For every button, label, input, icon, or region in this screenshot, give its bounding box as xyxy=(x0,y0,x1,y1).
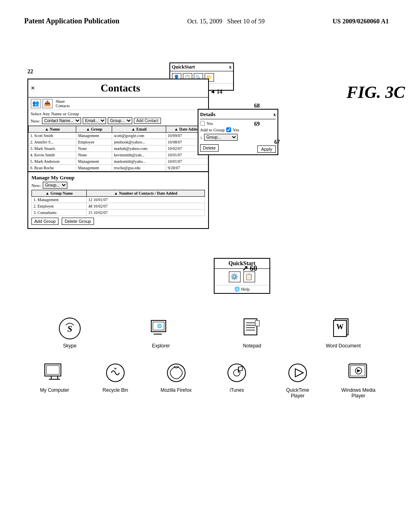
details-panel-title: Details x xyxy=(200,111,276,119)
ref-69: 69 xyxy=(254,121,260,127)
details-action-row: Delete Apply xyxy=(200,143,276,153)
desktop-icon-mycomputer: My Computer xyxy=(36,361,73,393)
col-name[interactable]: ▲ Name xyxy=(29,126,76,133)
recyclebin-icon xyxy=(104,362,127,384)
ref-14: ◄ 14 xyxy=(210,89,222,95)
details-apply-btn[interactable]: Apply xyxy=(257,145,276,153)
fig-label: FIG. 3C xyxy=(346,83,405,102)
main-diagram: 22 QuickStart x 👤 📋 🔍 xyxy=(0,34,413,526)
contact-cell-group: None xyxy=(76,152,112,158)
contacts-table: ▲ Name ▲ Group ▲ Email ▲ Date Added 1. S… xyxy=(28,126,208,171)
svg-text:📋: 📋 xyxy=(245,273,253,281)
explorer-icon: 🌐 xyxy=(150,317,172,340)
manage-groups-section: Manage My Group New: Group... ▲ Group Na… xyxy=(28,171,208,228)
ref-60-arrow: ↗ 60 xyxy=(242,264,257,273)
details-group-dropdown[interactable]: Group... Management Employee Consultants xyxy=(204,134,238,141)
contact-cell-email: marksmith@yaho... xyxy=(112,158,166,165)
contacts-icon-share[interactable]: 👥 xyxy=(31,99,41,108)
contact-cell-group: Management xyxy=(76,133,112,139)
contact-cell-group: None xyxy=(76,145,112,152)
group-table-row[interactable]: 1. Management12 10/01/07 xyxy=(32,197,205,203)
contact-cell-email: kevinsmith@yah... xyxy=(112,152,166,158)
quicktime-icon xyxy=(286,362,309,384)
groups-table: ▲ Group Name ▲ Number of Contacts / Date… xyxy=(31,190,205,216)
groups-action-buttons: Add Group Delete Group xyxy=(31,216,205,227)
svg-text:👥: 👥 xyxy=(32,100,40,107)
desktop-icon-explorer: 🌐 Explorer xyxy=(143,316,179,349)
contact-cell-name: 3. Mark Stuarts xyxy=(29,145,76,152)
contact-table-row[interactable]: 5. Mark AndersonManagementmarksmith@yaho… xyxy=(29,158,208,165)
qs-large-icon-2: 📋 xyxy=(243,271,255,283)
group-cell-name: 1. Management xyxy=(32,197,87,203)
contact-cell-name: 2. Jennifer S... xyxy=(29,139,76,145)
quickstart-small-titlebar: QuickStart x xyxy=(170,63,233,71)
details-group-select-row: ↕ Group... Management Employee Consultan… xyxy=(200,134,276,141)
ref-22: 22 xyxy=(27,69,33,75)
details-yes-row: Yes xyxy=(200,121,276,126)
desktop-icon-recyclebin: Recycle Bin xyxy=(97,361,133,393)
contacts-field-select-1[interactable]: Contact Name... xyxy=(42,117,81,124)
col-group[interactable]: ▲ Group xyxy=(76,126,112,133)
word-label: Word Document xyxy=(326,343,361,349)
ref-68: 68 xyxy=(254,103,260,109)
mycomputer-label: My Computer xyxy=(40,387,69,393)
contact-cell-name: 6. Ryan Roche xyxy=(29,165,76,171)
delete-group-btn[interactable]: Delete Group xyxy=(62,218,94,225)
manage-groups-title: Manage My Group xyxy=(31,174,205,182)
details-yes-checkbox[interactable] xyxy=(200,121,205,126)
contacts-icon-share2[interactable]: 📤 xyxy=(42,99,53,108)
skype-icon: S xyxy=(58,317,81,340)
desktop-icon-mediaplayer: Windows Media Player xyxy=(340,361,377,399)
share-contacts-label: ShareContacts xyxy=(56,99,70,108)
svg-text:W: W xyxy=(336,323,344,331)
details-close-x[interactable]: x xyxy=(273,111,276,118)
svg-rect-21 xyxy=(244,319,257,335)
group-table-row[interactable]: 3. Consultants15 10/02/07 xyxy=(32,210,205,216)
svg-point-37 xyxy=(228,364,246,382)
groups-col-name[interactable]: ▲ Group Name xyxy=(32,190,87,197)
patent-date-sheet: Oct. 15, 2009 Sheet 10 of 59 xyxy=(187,16,265,25)
groups-group-select[interactable]: Group... xyxy=(43,182,67,189)
group-cell-count-date: 15 10/02/07 xyxy=(87,210,205,216)
contact-cell-name: 4. Kevin Smith xyxy=(29,152,76,158)
add-contact-btn[interactable]: Add Contact xyxy=(134,118,161,124)
svg-text:⚙️: ⚙️ xyxy=(230,273,238,281)
patent-title: Patent Application Publication xyxy=(24,16,119,26)
desktop-icon-skype: S Skype xyxy=(52,316,88,349)
explorer-label: Explorer xyxy=(152,343,170,349)
contacts-toolbar: 👥 📤 ShareContacts xyxy=(28,98,208,110)
add-group-btn[interactable]: Add Group xyxy=(31,218,58,225)
details-yes-label: Yes xyxy=(206,121,213,126)
details-panel: Details x Yes Add to Group Yes ↕ Group..… xyxy=(198,109,278,155)
groups-new-row: New: Group... xyxy=(31,182,205,189)
contacts-close-x[interactable]: ✕ xyxy=(31,85,35,91)
svg-marker-44 xyxy=(357,369,361,372)
patent-number: US 2009/0260060 A1 xyxy=(332,16,389,25)
group-table-row[interactable]: 2. Employee48 10/02/07 xyxy=(32,203,205,210)
contact-table-row[interactable]: 1. Scott SmithManagementscott@google.com… xyxy=(29,133,208,139)
contacts-field-select-2[interactable]: Email... xyxy=(83,117,106,124)
quickstart-close-btn[interactable]: x xyxy=(229,64,232,70)
col-email[interactable]: ▲ Email xyxy=(112,126,166,133)
mediaplayer-label: Windows Media Player xyxy=(340,387,377,399)
groups-col-count-date[interactable]: ▲ Number of Contacts / Date Added xyxy=(87,190,205,197)
skype-label: Skype xyxy=(63,343,76,349)
contact-cell-email: marksh@yahoo.com xyxy=(112,145,166,152)
group-cell-name: 2. Employee xyxy=(32,203,87,210)
contacts-search-area: Select Any Name or Group New: Contact Na… xyxy=(28,110,208,126)
contact-table-row[interactable]: 3. Mark StuartsNonemarksh@yahoo.com10/02… xyxy=(29,145,208,152)
notepad-icon xyxy=(241,317,263,340)
contact-cell-date: 9/28/07 xyxy=(166,165,208,171)
contact-table-row[interactable]: 2. Jennifer S...Employeejensbook@yahoo..… xyxy=(29,139,208,145)
quickstart-large-footer: 🌐 Help xyxy=(215,285,269,293)
details-yes2-checkbox[interactable] xyxy=(226,127,231,132)
contact-cell-date: 10/01/07 xyxy=(166,158,208,165)
contact-cell-group: Management xyxy=(76,165,112,171)
contacts-field-select-3[interactable]: Group... xyxy=(108,117,132,124)
svg-text:📤: 📤 xyxy=(44,100,51,107)
qs-large-icon-1: ⚙️ xyxy=(229,271,241,283)
contact-table-row[interactable]: 4. Kevin SmithNonekevinsmith@yah...10/01… xyxy=(29,152,208,158)
details-delete-btn[interactable]: Delete xyxy=(200,144,219,152)
contacts-table-container: ▲ Name ▲ Group ▲ Email ▲ Date Added 1. S… xyxy=(28,126,208,171)
contact-table-row[interactable]: 6. Ryan RocheManagementrroche@gsu.edu9/2… xyxy=(29,165,208,171)
